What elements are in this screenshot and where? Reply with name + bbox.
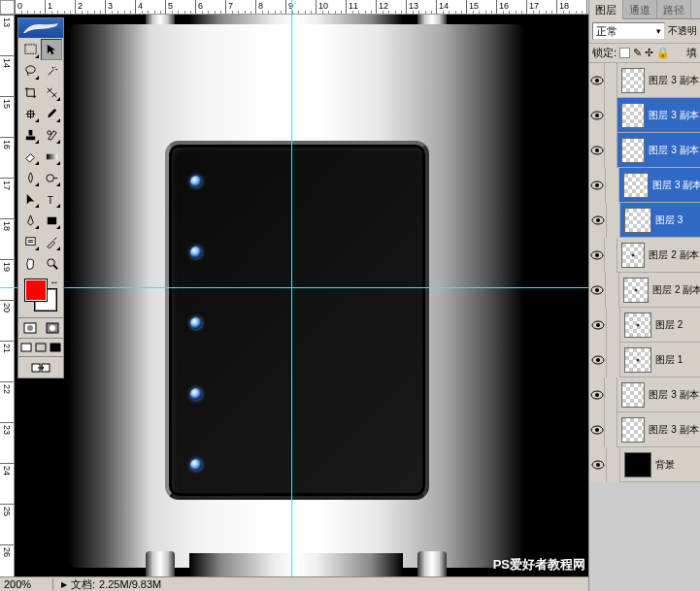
foreground-color[interactable]	[24, 279, 48, 302]
link-column[interactable]	[605, 412, 617, 447]
link-column[interactable]	[605, 63, 617, 98]
dodge-tool[interactable]	[41, 167, 62, 188]
blend-mode-select[interactable]: 正常	[592, 22, 665, 40]
link-column[interactable]	[607, 343, 620, 378]
vertical-ruler[interactable]: 131415161718192021222324252627	[0, 15, 15, 576]
toolbox-header[interactable]	[18, 18, 63, 38]
layer-row[interactable]: 图层 3 副本 6	[589, 63, 700, 98]
heal-tool[interactable]	[19, 103, 41, 124]
layer-row[interactable]: 图层 3 副本 5	[589, 98, 700, 133]
doc-info[interactable]: ▶ 文档: 2.25M/9.83M	[53, 577, 169, 592]
link-column[interactable]	[605, 98, 617, 133]
layer-name[interactable]: 图层 3 副本 4	[649, 144, 700, 157]
layer-name[interactable]: 图层 3 副本 3	[649, 388, 700, 402]
standard-mode-button[interactable]	[18, 318, 41, 338]
screen-standard[interactable]	[18, 339, 33, 356]
layer-row[interactable]: 图层 3 副本 3	[589, 378, 700, 412]
layer-name[interactable]: 图层 3 副本 2	[649, 423, 700, 437]
layers-list[interactable]: 图层 3 副本 6图层 3 副本 5图层 3 副本 4图层 3 副本图层 3图层…	[589, 63, 700, 591]
zoom-level[interactable]: 200%	[0, 578, 53, 590]
layer-name[interactable]: 图层 3 副本 5	[649, 109, 700, 122]
layer-thumbnail[interactable]	[621, 417, 646, 443]
layer-row[interactable]: 图层 3 副本	[589, 168, 700, 203]
lock-position-icon[interactable]: ✢	[645, 47, 653, 59]
layer-thumbnail[interactable]	[624, 347, 651, 373]
layer-name[interactable]: 图层 2 副本 2	[649, 248, 700, 262]
tab-layers[interactable]: 图层	[589, 0, 623, 19]
marquee-tool[interactable]	[19, 39, 41, 60]
visibility-toggle[interactable]	[589, 273, 606, 308]
link-column[interactable]	[605, 133, 617, 168]
visibility-toggle[interactable]	[589, 412, 605, 447]
layer-thumbnail[interactable]	[621, 138, 646, 163]
eraser-tool[interactable]	[19, 146, 41, 167]
visibility-toggle[interactable]	[589, 238, 605, 273]
layer-thumbnail[interactable]	[624, 312, 651, 338]
lock-pixels-icon[interactable]: ✎	[633, 47, 642, 59]
layer-thumbnail[interactable]	[623, 173, 650, 198]
tab-channels[interactable]: 通道	[623, 0, 657, 18]
jump-to-imageready[interactable]	[18, 356, 63, 378]
zoom-tool[interactable]	[41, 252, 62, 274]
canvas[interactable]	[15, 15, 588, 576]
lock-transparency[interactable]	[619, 48, 630, 58]
brush-tool[interactable]	[41, 103, 62, 124]
path-select-tool[interactable]	[19, 188, 41, 210]
link-column[interactable]	[605, 378, 617, 412]
layer-thumbnail[interactable]	[621, 68, 646, 93]
gradient-tool[interactable]	[41, 146, 62, 167]
layer-name[interactable]: 图层 1	[655, 353, 683, 367]
screen-full-menu[interactable]	[33, 339, 48, 356]
layer-row[interactable]: 图层 1	[589, 343, 700, 378]
layer-thumbnail[interactable]	[624, 208, 651, 233]
type-tool[interactable]: T	[41, 188, 62, 210]
layer-thumbnail[interactable]	[621, 382, 646, 408]
link-column[interactable]	[607, 203, 620, 238]
hand-tool[interactable]	[19, 252, 41, 274]
visibility-toggle[interactable]	[589, 63, 605, 98]
layer-row[interactable]: 图层 3 副本 2	[589, 412, 700, 447]
layer-row[interactable]: 图层 2 副本	[589, 273, 700, 308]
visibility-toggle[interactable]	[589, 378, 605, 412]
tab-paths[interactable]: 路径	[657, 0, 691, 18]
link-column[interactable]	[605, 238, 617, 273]
link-column[interactable]	[606, 168, 618, 203]
layer-name[interactable]: 图层 3 副本	[652, 179, 700, 192]
visibility-toggle[interactable]	[589, 203, 607, 238]
crop-tool[interactable]	[19, 82, 41, 103]
link-column[interactable]	[606, 273, 618, 308]
visibility-toggle[interactable]	[589, 133, 605, 168]
layer-name[interactable]: 背景	[655, 458, 675, 472]
layer-row[interactable]: 图层 3 副本 4	[589, 133, 700, 168]
eyedropper-tool[interactable]	[41, 231, 62, 252]
visibility-toggle[interactable]	[589, 98, 605, 133]
quickmask-mode-button[interactable]	[41, 318, 63, 338]
visibility-toggle[interactable]	[589, 343, 607, 378]
link-column[interactable]	[607, 447, 620, 482]
history-brush-tool[interactable]	[41, 124, 62, 146]
move-tool[interactable]	[41, 39, 62, 60]
link-column[interactable]	[607, 308, 620, 343]
layer-thumbnail[interactable]	[624, 452, 651, 477]
screen-full[interactable]	[49, 339, 63, 356]
slice-tool[interactable]	[41, 82, 62, 103]
lasso-tool[interactable]	[19, 60, 41, 82]
layer-thumbnail[interactable]	[623, 278, 650, 303]
stamp-tool[interactable]	[19, 124, 41, 146]
layer-name[interactable]: 图层 3 副本 6	[649, 74, 700, 87]
visibility-toggle[interactable]	[589, 447, 607, 482]
layer-row[interactable]: 图层 3	[589, 203, 700, 238]
shape-tool[interactable]	[41, 210, 62, 231]
layer-name[interactable]: 图层 2 副本	[652, 283, 700, 297]
wand-tool[interactable]	[41, 60, 62, 82]
lock-all-icon[interactable]: 🔒	[656, 47, 670, 59]
notes-tool[interactable]	[19, 231, 41, 252]
layer-row[interactable]: 背景	[589, 447, 700, 482]
layer-name[interactable]: 图层 3	[655, 213, 683, 227]
visibility-toggle[interactable]	[589, 308, 607, 343]
layer-row[interactable]: 图层 2	[589, 308, 700, 343]
layer-thumbnail[interactable]	[621, 243, 646, 268]
blur-tool[interactable]	[19, 167, 41, 188]
layer-thumbnail[interactable]	[621, 103, 646, 128]
visibility-toggle[interactable]	[589, 168, 606, 203]
